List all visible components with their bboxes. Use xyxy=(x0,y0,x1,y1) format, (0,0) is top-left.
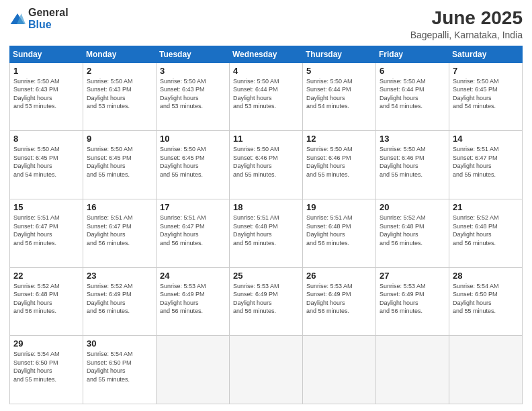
day-info: Sunrise: 5:50 AMSunset: 6:43 PMDaylight … xyxy=(13,77,79,111)
table-row: 4Sunrise: 5:50 AMSunset: 6:44 PMDaylight… xyxy=(230,62,303,131)
day-info: Sunrise: 5:50 AMSunset: 6:45 PMDaylight … xyxy=(453,77,519,111)
day-number: 4 xyxy=(233,66,299,76)
day-info: Sunrise: 5:53 AMSunset: 6:49 PMDaylight … xyxy=(380,282,445,316)
table-row: 8Sunrise: 5:50 AMSunset: 6:45 PMDaylight… xyxy=(10,131,83,199)
calendar-week-row: 29Sunrise: 5:54 AMSunset: 6:50 PMDayligh… xyxy=(10,336,523,404)
day-info: Sunrise: 5:50 AMSunset: 6:43 PMDaylight … xyxy=(160,77,226,111)
day-number: 24 xyxy=(160,271,226,281)
day-info: Sunrise: 5:50 AMSunset: 6:46 PMDaylight … xyxy=(233,145,299,179)
day-number: 5 xyxy=(306,66,372,76)
table-row: 15Sunrise: 5:51 AMSunset: 6:47 PMDayligh… xyxy=(10,199,83,267)
table-row: 3Sunrise: 5:50 AMSunset: 6:43 PMDaylight… xyxy=(157,62,230,131)
day-number: 6 xyxy=(380,66,445,76)
day-number: 30 xyxy=(87,338,152,349)
day-info: Sunrise: 5:53 AMSunset: 6:49 PMDaylight … xyxy=(160,282,226,316)
table-row: 19Sunrise: 5:51 AMSunset: 6:48 PMDayligh… xyxy=(303,199,376,267)
day-info: Sunrise: 5:54 AMSunset: 6:50 PMDaylight … xyxy=(87,350,152,383)
day-info: Sunrise: 5:52 AMSunset: 6:48 PMDaylight … xyxy=(453,214,519,247)
table-row: 16Sunrise: 5:51 AMSunset: 6:47 PMDayligh… xyxy=(83,199,157,267)
day-number: 18 xyxy=(233,202,299,212)
day-number: 15 xyxy=(13,202,79,212)
table-row: 26Sunrise: 5:53 AMSunset: 6:49 PMDayligh… xyxy=(303,267,376,336)
table-row xyxy=(157,336,230,404)
day-number: 26 xyxy=(306,271,372,281)
table-row: 20Sunrise: 5:52 AMSunset: 6:48 PMDayligh… xyxy=(376,199,449,267)
day-info: Sunrise: 5:51 AMSunset: 6:47 PMDaylight … xyxy=(453,145,519,179)
day-info: Sunrise: 5:52 AMSunset: 6:49 PMDaylight … xyxy=(87,282,152,316)
day-number: 14 xyxy=(453,134,519,144)
header-tuesday: Tuesday xyxy=(157,46,230,62)
day-number: 9 xyxy=(87,134,152,144)
calendar-week-row: 1Sunrise: 5:50 AMSunset: 6:43 PMDaylight… xyxy=(10,62,523,131)
day-number: 2 xyxy=(87,66,152,76)
day-number: 27 xyxy=(380,271,445,281)
day-number: 25 xyxy=(233,271,299,281)
table-row: 22Sunrise: 5:52 AMSunset: 6:48 PMDayligh… xyxy=(10,267,83,336)
table-row: 18Sunrise: 5:51 AMSunset: 6:48 PMDayligh… xyxy=(230,199,303,267)
day-number: 10 xyxy=(160,134,226,144)
day-info: Sunrise: 5:52 AMSunset: 6:48 PMDaylight … xyxy=(13,282,79,316)
table-row: 24Sunrise: 5:53 AMSunset: 6:49 PMDayligh… xyxy=(157,267,230,336)
day-number: 28 xyxy=(453,271,519,281)
table-row: 2Sunrise: 5:50 AMSunset: 6:43 PMDaylight… xyxy=(83,62,157,131)
day-info: Sunrise: 5:50 AMSunset: 6:45 PMDaylight … xyxy=(13,145,79,179)
table-row: 14Sunrise: 5:51 AMSunset: 6:47 PMDayligh… xyxy=(449,131,523,199)
day-info: Sunrise: 5:53 AMSunset: 6:49 PMDaylight … xyxy=(306,282,372,316)
logo-icon xyxy=(9,12,26,26)
day-number: 29 xyxy=(13,338,79,349)
day-number: 23 xyxy=(87,271,152,281)
table-row: 25Sunrise: 5:53 AMSunset: 6:49 PMDayligh… xyxy=(230,267,303,336)
table-row xyxy=(230,336,303,404)
day-number: 12 xyxy=(306,134,372,144)
day-info: Sunrise: 5:50 AMSunset: 6:45 PMDaylight … xyxy=(160,145,226,179)
table-row: 5Sunrise: 5:50 AMSunset: 6:44 PMDaylight… xyxy=(303,62,376,131)
day-info: Sunrise: 5:52 AMSunset: 6:48 PMDaylight … xyxy=(380,214,445,247)
table-row: 9Sunrise: 5:50 AMSunset: 6:45 PMDaylight… xyxy=(83,131,157,199)
day-info: Sunrise: 5:50 AMSunset: 6:44 PMDaylight … xyxy=(306,77,372,111)
table-row xyxy=(449,336,523,404)
table-row: 7Sunrise: 5:50 AMSunset: 6:45 PMDaylight… xyxy=(449,62,523,131)
day-info: Sunrise: 5:54 AMSunset: 6:50 PMDaylight … xyxy=(13,350,79,383)
header-sunday: Sunday xyxy=(10,46,83,62)
day-number: 1 xyxy=(13,66,79,76)
subtitle: Bagepalli, Karnataka, India xyxy=(410,30,523,40)
day-info: Sunrise: 5:50 AMSunset: 6:46 PMDaylight … xyxy=(306,145,372,179)
table-row: 1Sunrise: 5:50 AMSunset: 6:43 PMDaylight… xyxy=(10,62,83,131)
table-row: 28Sunrise: 5:54 AMSunset: 6:50 PMDayligh… xyxy=(449,267,523,336)
calendar-week-row: 8Sunrise: 5:50 AMSunset: 6:45 PMDaylight… xyxy=(10,131,523,199)
day-number: 3 xyxy=(160,66,226,76)
day-number: 11 xyxy=(233,134,299,144)
day-info: Sunrise: 5:50 AMSunset: 6:46 PMDaylight … xyxy=(380,145,445,179)
table-row: 30Sunrise: 5:54 AMSunset: 6:50 PMDayligh… xyxy=(83,336,157,404)
logo: General Blue xyxy=(9,7,69,31)
table-row xyxy=(376,336,449,404)
day-info: Sunrise: 5:51 AMSunset: 6:48 PMDaylight … xyxy=(233,214,299,247)
day-info: Sunrise: 5:50 AMSunset: 6:44 PMDaylight … xyxy=(380,77,445,111)
day-number: 21 xyxy=(453,202,519,212)
table-row: 6Sunrise: 5:50 AMSunset: 6:44 PMDaylight… xyxy=(376,62,449,131)
header-saturday: Saturday xyxy=(449,46,523,62)
day-number: 20 xyxy=(380,202,445,212)
calendar-header-row: Sunday Monday Tuesday Wednesday Thursday… xyxy=(10,46,523,62)
day-number: 22 xyxy=(13,271,79,281)
day-number: 19 xyxy=(306,202,372,212)
logo-blue: Blue xyxy=(28,19,52,30)
title-block: June 2025 Bagepalli, Karnataka, India xyxy=(410,7,523,40)
logo-text: General Blue xyxy=(28,7,69,31)
day-info: Sunrise: 5:50 AMSunset: 6:44 PMDaylight … xyxy=(233,77,299,111)
table-row: 27Sunrise: 5:53 AMSunset: 6:49 PMDayligh… xyxy=(376,267,449,336)
table-row: 13Sunrise: 5:50 AMSunset: 6:46 PMDayligh… xyxy=(376,131,449,199)
calendar-table: Sunday Monday Tuesday Wednesday Thursday… xyxy=(9,46,523,404)
day-info: Sunrise: 5:53 AMSunset: 6:49 PMDaylight … xyxy=(233,282,299,316)
calendar-week-row: 22Sunrise: 5:52 AMSunset: 6:48 PMDayligh… xyxy=(10,267,523,336)
day-info: Sunrise: 5:50 AMSunset: 6:43 PMDaylight … xyxy=(87,77,152,111)
table-row xyxy=(303,336,376,404)
day-number: 17 xyxy=(160,202,226,212)
main-title: June 2025 xyxy=(410,7,523,30)
day-info: Sunrise: 5:50 AMSunset: 6:45 PMDaylight … xyxy=(87,145,152,179)
day-number: 7 xyxy=(453,66,519,76)
table-row: 23Sunrise: 5:52 AMSunset: 6:49 PMDayligh… xyxy=(83,267,157,336)
header-wednesday: Wednesday xyxy=(230,46,303,62)
header-monday: Monday xyxy=(83,46,157,62)
table-row: 11Sunrise: 5:50 AMSunset: 6:46 PMDayligh… xyxy=(230,131,303,199)
